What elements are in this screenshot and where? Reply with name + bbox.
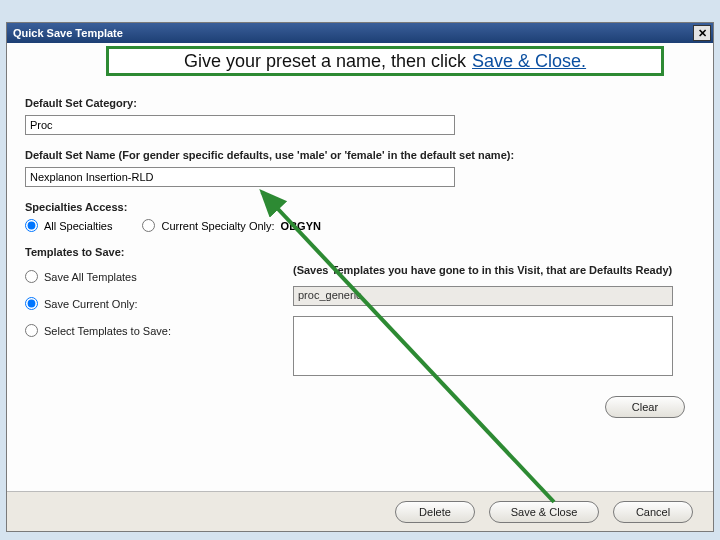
close-button[interactable]: ✕ [693,25,711,41]
templates-current-radio[interactable] [25,297,38,310]
specialties-all-label: All Specialties [44,220,112,232]
dialog-footer: Delete Save & Close Cancel [7,491,713,531]
setname-input[interactable] [25,167,455,187]
dialog-body: Default Set Category: Default Set Name (… [7,43,713,418]
clear-button[interactable]: Clear [605,396,685,418]
titlebar: Quick Save Template ✕ [7,23,713,43]
templates-right: (Saves Templates you have gone to in thi… [293,264,695,376]
category-input[interactable] [25,115,455,135]
templates-grid: Save All Templates Save Current Only: Se… [25,264,695,376]
annotation-text: Give your preset a name, then click [184,51,466,72]
specialties-current-radio[interactable] [142,219,155,232]
specialties-current-value: OBGYN [281,220,321,232]
annotation-link-text: Save & Close. [472,51,586,72]
annotation-callout: Give your preset a name, then click Save… [106,46,664,76]
save-close-button[interactable]: Save & Close [489,501,599,523]
cancel-button[interactable]: Cancel [613,501,693,523]
specialties-row: All Specialties Current Specialty Only: … [25,219,695,232]
specialties-label: Specialties Access: [25,201,695,213]
window-title: Quick Save Template [13,27,123,39]
specialties-all-radio[interactable] [25,219,38,232]
specialties-current-label: Current Specialty Only: [161,220,274,232]
templates-current-label: Save Current Only: [44,298,138,310]
delete-button[interactable]: Delete [395,501,475,523]
templates-options: Save All Templates Save Current Only: Se… [25,264,275,376]
templates-all-radio[interactable] [25,270,38,283]
templates-select-label: Select Templates to Save: [44,325,171,337]
templates-hint: (Saves Templates you have gone to in thi… [293,264,695,276]
dialog-window: Quick Save Template ✕ Default Set Catego… [6,22,714,532]
setname-label: Default Set Name (For gender specific de… [25,149,695,161]
templates-select-listbox[interactable] [293,316,673,376]
templates-all-label: Save All Templates [44,271,137,283]
close-icon: ✕ [698,27,707,40]
category-label: Default Set Category: [25,97,695,109]
templates-current-value: proc_generic [293,286,673,306]
templates-select-radio[interactable] [25,324,38,337]
templates-label: Templates to Save: [25,246,695,258]
